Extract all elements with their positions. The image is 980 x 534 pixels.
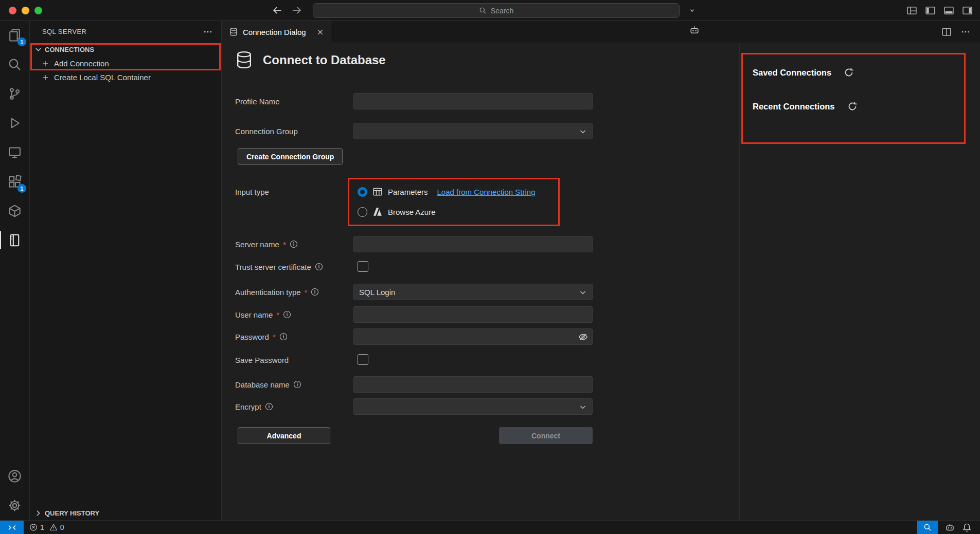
forward-button[interactable] [291, 5, 302, 16]
info-icon[interactable] [290, 240, 298, 248]
server-name-input[interactable] [353, 236, 593, 252]
parameters-table-icon [372, 187, 383, 197]
encrypt-row: Encrypt [222, 398, 623, 415]
user-name-label: User name* [235, 306, 291, 323]
sidebar-item-add-connection[interactable]: Add Connection [30, 57, 221, 70]
authentication-type-label: Authentication type* [235, 284, 319, 300]
search-icon [8, 58, 22, 71]
connection-dialog: Connect to Database Profile Name Connect… [222, 43, 739, 520]
copilot-menu[interactable] [689, 5, 695, 16]
browse-azure-option-label: Browse Azure [388, 208, 436, 216]
error-icon [29, 523, 38, 531]
gear-icon [8, 499, 22, 512]
copilot-icon [689, 25, 700, 35]
editor-actions [941, 21, 971, 43]
connect-button[interactable]: Connect [499, 427, 593, 444]
info-icon[interactable] [279, 333, 288, 341]
server-name-label: Server name* [235, 236, 298, 252]
sidebar-item-create-local-sql-container[interactable]: Create Local SQL Container [30, 70, 221, 84]
advanced-button[interactable]: Advanced [238, 427, 330, 444]
activity-accounts[interactable] [0, 462, 29, 491]
more-actions-icon[interactable] [960, 27, 971, 37]
tab-connection-dialog[interactable]: Connection Dialog [222, 21, 331, 43]
connection-group-select[interactable] [353, 123, 593, 139]
search-command-center[interactable]: Search [313, 3, 680, 18]
remote-explorer-icon [8, 145, 22, 159]
window-controls [9, 0, 42, 21]
encrypt-select[interactable] [353, 398, 593, 415]
recent-connections-title: Recent Connections [753, 102, 835, 112]
password-row: Password* [222, 328, 623, 345]
radio-unselected-icon[interactable] [358, 207, 367, 217]
chevron-down-icon [579, 403, 587, 411]
create-connection-group-row: Create Connection Group [222, 148, 623, 164]
zoom-indicator[interactable] [917, 521, 938, 534]
eye-off-icon[interactable] [578, 332, 588, 342]
profile-name-input[interactable] [353, 93, 593, 109]
activity-search[interactable] [0, 50, 29, 79]
trust-certificate-label: Trust server certificate [235, 259, 323, 275]
close-tab-icon[interactable] [316, 28, 325, 36]
database-name-input[interactable] [353, 376, 593, 393]
radio-selected-icon[interactable] [358, 187, 367, 197]
info-icon[interactable] [311, 288, 319, 296]
azure-icon [372, 207, 383, 217]
activity-run-debug[interactable] [0, 108, 29, 138]
page-title: Connect to Database [263, 53, 386, 67]
info-icon[interactable] [293, 380, 301, 389]
saved-connections-title: Saved Connections [753, 68, 831, 78]
split-editor-icon[interactable] [941, 27, 952, 37]
save-password-checkbox[interactable] [358, 354, 368, 365]
toggle-sidebar-icon[interactable] [925, 5, 936, 16]
trust-certificate-checkbox[interactable] [358, 261, 368, 272]
input-type-row: Input type Parameters Load from Connecti… [222, 183, 623, 200]
copilot-icon[interactable] [945, 523, 955, 532]
activity-extensions[interactable]: 1 [0, 167, 29, 196]
toggle-secondary-sidebar-icon[interactable] [962, 5, 973, 16]
toggle-panel-icon[interactable] [943, 5, 954, 16]
info-icon[interactable] [283, 310, 291, 319]
user-name-input[interactable] [353, 306, 593, 323]
query-history-section-header[interactable]: QUERY HISTORY [30, 506, 221, 520]
activity-settings[interactable] [0, 491, 29, 520]
encrypt-label: Encrypt [235, 398, 273, 415]
load-connection-string-link[interactable]: Load from Connection String [437, 188, 536, 196]
browse-azure-row: Browse Azure [222, 204, 623, 220]
activity-remote-explorer[interactable] [0, 138, 29, 167]
input-type-label: Input type [235, 183, 269, 200]
browse-azure-radio-option[interactable]: Browse Azure [353, 204, 436, 220]
connection-group-row: Connection Group [222, 123, 623, 139]
authentication-type-select[interactable]: SQL Login [353, 284, 593, 300]
close-window-button[interactable] [9, 7, 16, 14]
parameters-radio-option[interactable]: Parameters Load from Connection String [353, 183, 535, 200]
save-password-row: Save Password [222, 352, 623, 368]
dialog-buttons-row: Advanced Connect [222, 427, 623, 444]
maximize-window-button[interactable] [34, 7, 42, 14]
info-icon[interactable] [315, 263, 323, 271]
password-input[interactable] [353, 328, 593, 345]
problems-status[interactable]: 1 0 [29, 523, 67, 531]
activity-source-control[interactable] [0, 79, 29, 108]
warning-icon [49, 523, 58, 531]
refresh-icon[interactable] [847, 101, 858, 112]
search-placeholder: Search [491, 7, 513, 15]
bell-icon[interactable] [962, 523, 972, 532]
back-button[interactable] [272, 5, 283, 16]
tab-label: Connection Dialog [243, 28, 306, 36]
remote-indicator[interactable] [0, 521, 24, 534]
minimize-window-button[interactable] [22, 7, 29, 14]
create-connection-group-button[interactable]: Create Connection Group [238, 148, 343, 165]
sidebar-more-actions-button[interactable] [203, 27, 213, 37]
vscode-window: Search 1 [0, 0, 980, 534]
activity-sql-server[interactable] [0, 226, 29, 255]
dialog-header: Connect to Database [235, 50, 386, 69]
refresh-icon[interactable] [844, 67, 854, 78]
activity-explorer[interactable]: 1 [0, 21, 29, 50]
sidebar: SQL SERVER CONNECTIONS Add Connection Cr… [30, 21, 222, 520]
connections-section-header[interactable]: CONNECTIONS [30, 43, 221, 57]
chevron-down-icon [689, 8, 695, 13]
customize-layout-icon[interactable] [906, 5, 917, 16]
connections-section-label: CONNECTIONS [45, 46, 94, 53]
activity-containers[interactable] [0, 196, 29, 226]
info-icon[interactable] [265, 402, 273, 411]
